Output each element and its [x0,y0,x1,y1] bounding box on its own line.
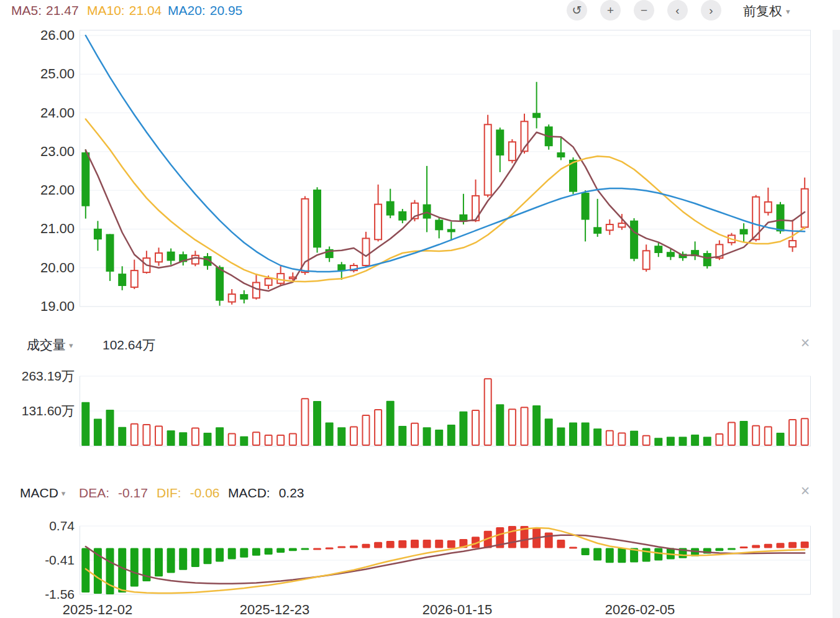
volume-bar [131,424,138,445]
candle-body [423,205,431,219]
macd-bar [618,548,626,563]
volume-bar [192,428,199,446]
volume-bar [606,431,613,445]
volume-bar [313,401,321,446]
chevron-down-icon: ▾ [786,7,790,16]
macd-bar [265,548,273,555]
volume-bar [229,433,235,445]
macd-indicator-dropdown[interactable]: MACD▾ [20,486,65,500]
macd-bar [715,548,723,551]
volume-tick-label: 131.60万 [0,403,75,419]
candle-body [485,124,491,195]
volume-bar [630,431,638,446]
volume-bar [703,437,711,446]
ma5-label: MA5: [11,3,42,17]
volume-bar [654,438,662,446]
pan-left-icon[interactable]: ‹ [667,0,688,21]
price-tick-label: 24.00 [0,105,75,121]
volume-bar [728,423,735,445]
undo-icon[interactable]: ↺ [567,0,587,21]
close-icon[interactable]: × [796,333,815,352]
macd-bar [228,548,236,559]
price-tick-label: 19.00 [0,298,75,315]
zoom-in-icon[interactable]: + [600,0,621,21]
candle-body [509,142,516,160]
candle-body [593,227,601,234]
macd-bar [545,533,553,548]
candlestick-chart[interactable] [80,30,811,311]
macd-bar [179,548,187,570]
close-icon[interactable]: × [796,481,815,500]
volume-bar [290,433,296,445]
scrollbar-track[interactable] [833,30,840,618]
zoom-out-icon[interactable]: − [634,0,654,21]
volume-bar [398,426,406,446]
macd-bar [777,543,785,548]
price-adjustment-label: 前复权 [743,4,782,18]
macd-bar [557,540,565,548]
volume-chart[interactable] [80,373,811,450]
volume-bar [277,435,284,445]
candle-body [277,274,284,284]
candle-body [265,279,272,285]
volume-bar [265,435,272,445]
stock-chart-page: MA5:21.47 MA10:21.04 MA20:20.95 ↺ + − ‹ … [0,0,840,618]
volume-bar [253,432,260,445]
macd-bar [582,548,590,555]
volume-title: 成交量 [27,338,66,352]
candle-body [582,193,590,220]
macd-tick-label: -1.56 [0,586,75,602]
macd-bar [423,540,431,548]
volume-bar [81,402,89,446]
volume-bar [582,423,590,446]
ma20-line [86,35,805,272]
pan-right-icon[interactable]: › [701,0,721,21]
candle-body [94,229,102,239]
volume-bar [326,423,334,446]
volume-bar [521,407,528,445]
volume-bar [716,434,723,445]
volume-bar [423,427,431,446]
macd-bar [362,544,370,548]
macd-bar [386,541,395,548]
volume-bar [459,412,467,446]
volume-bar [765,427,772,445]
ma20-label: MA20: [168,3,206,17]
macd-bar [130,548,139,586]
macd-bar [764,544,772,548]
date-tick-label: 2026-01-15 [422,602,493,618]
price-adjustment-dropdown[interactable]: 前复权▾ [743,2,790,20]
candle-body [643,251,650,269]
volume-bar [532,405,541,446]
candle-body [131,270,138,287]
macd-chart[interactable] [80,521,811,598]
ma5-legend: MA5:21.47 [11,3,79,18]
macd-bar [740,547,748,548]
macd-bar [240,548,248,557]
candle-body [630,221,638,259]
volume-bar [240,436,248,446]
volume-bar [569,423,577,446]
candle-body [216,267,224,301]
volume-bar [485,379,491,445]
volume-bar [337,427,345,446]
macd-bar [411,540,419,548]
volume-bar [143,425,150,445]
macd-bar [447,540,455,548]
macd-bar [788,542,797,548]
candle-body [386,201,395,216]
macd-bar [326,547,334,549]
macd-bar [752,545,760,548]
volume-bar [204,433,212,446]
volume-indicator-dropdown[interactable]: 成交量▾ [27,336,73,354]
price-tick-label: 22.00 [0,182,75,198]
macd-bar [374,542,382,548]
volume-bar [545,418,553,446]
candle-body [118,274,126,286]
macd-title: MACD [20,486,58,500]
volume-bar [363,415,370,445]
volume-bar [301,399,308,445]
macd-bar [313,548,321,550]
volume-bar [496,404,504,446]
volume-bar [118,427,126,446]
